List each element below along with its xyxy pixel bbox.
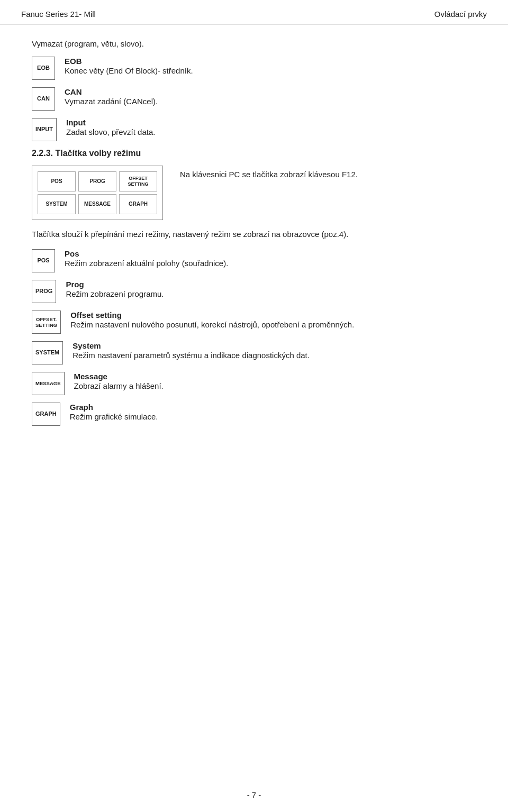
mode-note: Na klávesnici PC se tlačítka zobrazí klá… — [180, 166, 358, 179]
can-key: CAN — [32, 87, 55, 111]
switch-text: Tlačítka slouží k přepínání mezi režimy,… — [32, 230, 476, 239]
prog-row: PROG Prog Režim zobrazení programu. — [32, 280, 476, 303]
page-number: - 7 - — [247, 790, 261, 799]
mode-cell-offset: OFFSETSETTING — [119, 171, 157, 191]
message-title: Message — [74, 372, 164, 381]
header-right: Ovládací prvky — [434, 10, 487, 19]
mode-cell-prog: PROG — [78, 171, 116, 191]
prog-title: Prog — [66, 280, 164, 289]
prog-key: PROG — [32, 280, 56, 303]
input-desc: Zadat slovo, převzít data. — [66, 127, 155, 136]
message-key: MESSAGE — [32, 372, 65, 395]
graph-desc: Režim grafické simulace. — [70, 412, 158, 421]
graph-key: GRAPH — [32, 403, 60, 426]
graph-row: GRAPH Graph Režim grafické simulace. — [32, 403, 476, 426]
mode-cell-system: SYSTEM — [38, 194, 76, 214]
pos-title: Pos — [65, 249, 228, 258]
eob-desc: Konec věty (End Of Block)- středník. — [65, 66, 193, 75]
can-title: CAN — [65, 87, 158, 96]
intro-text: Vymazat (program, větu, slovo). — [32, 39, 476, 48]
mode-grid-container: POS PROG OFFSETSETTING SYSTEM MESSAGE GR… — [32, 166, 476, 220]
graph-title: Graph — [70, 403, 158, 412]
offset-title: Offset setting — [70, 311, 354, 320]
input-key: INPUT — [32, 118, 57, 141]
mode-cell-graph: GRAPH — [119, 194, 157, 214]
system-row: SYSTEM System Režim nastavení parametrů … — [32, 341, 476, 364]
prog-desc: Režim zobrazení programu. — [66, 289, 164, 298]
section-title: 2.2.3. Tlačítka volby režimu — [32, 149, 476, 158]
can-desc: Vymazat zadání (CANcel). — [65, 97, 158, 106]
input-row: INPUT Input Zadat slovo, převzít data. — [32, 118, 476, 141]
input-title: Input — [66, 118, 155, 127]
can-row: CAN CAN Vymazat zadání (CANcel). — [32, 87, 476, 111]
mode-grid: POS PROG OFFSETSETTING SYSTEM MESSAGE GR… — [32, 166, 163, 220]
system-key: SYSTEM — [32, 341, 63, 364]
mode-cell-message: MESSAGE — [78, 194, 116, 214]
pos-desc: Režim zobrazení aktuální polohy (souřadn… — [65, 259, 228, 268]
eob-title: EOB — [65, 57, 193, 66]
message-row: MESSAGE Message Zobrazí alarmy a hlášení… — [32, 372, 476, 395]
offset-key: OFFSET.SETTING — [32, 311, 61, 334]
mode-cell-pos: POS — [38, 171, 76, 191]
system-title: System — [72, 341, 310, 350]
header-left: Fanuc Series 21- Mill — [21, 10, 96, 19]
pos-row: POS Pos Režim zobrazení aktuální polohy … — [32, 249, 476, 272]
offset-desc: Režim nastavení nulového posunutí, korek… — [70, 320, 354, 329]
eob-key: EOB — [32, 57, 55, 80]
offset-row: OFFSET.SETTING Offset setting Režim nast… — [32, 311, 476, 334]
pos-key: POS — [32, 249, 55, 272]
eob-row: EOB EOB Konec věty (End Of Block)- střed… — [32, 57, 476, 80]
message-desc: Zobrazí alarmy a hlášení. — [74, 381, 164, 390]
system-desc: Režim nastavení parametrů systému a indi… — [72, 351, 310, 360]
